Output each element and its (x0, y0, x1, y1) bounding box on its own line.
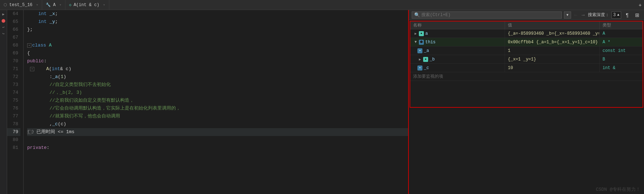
code-line-76: //它会自动调用默认构造，它实际上是在初始化列表里调用的， (27, 105, 408, 112)
watch-row-_a[interactable]: ▪ _a 1 const int (410, 47, 643, 55)
code-line-71: - A ( int & c) (27, 65, 408, 73)
code-lines[interactable]: int _x ; int _y ; }; - (24, 10, 408, 194)
search-options-button[interactable]: ▾ (564, 11, 571, 19)
line-num-80: 80 (7, 136, 20, 144)
line-num-72: 72 (7, 73, 20, 81)
class-tab[interactable]: 🔧 A ▾ (42, 0, 65, 10)
search-input-wrap[interactable]: 🔍 (412, 11, 562, 19)
depth-increment-icon[interactable]: ▲ (617, 13, 619, 17)
var-icon-_c: ▪ (417, 66, 422, 71)
kw-int-64: int (27, 10, 47, 18)
code-line-77: //就算我们不写，他也会自动调用 (27, 112, 408, 120)
nav-back-icon[interactable]: ← (573, 12, 578, 18)
step-back-icon: ↩ (1, 24, 6, 30)
expand-this-icon[interactable]: ▼ (413, 40, 418, 45)
line-num-73: 73 (7, 81, 20, 89)
top-bar: ⬡ test_5_16 ▾ 🔧 A ▾ ◇ A(int & c) ▾ + (0, 0, 644, 10)
watch-value-a: {_a=-858993460 _b={_x=-858993460 _y=-858… (505, 29, 600, 38)
code-line-81: private : (27, 144, 408, 152)
file-tab[interactable]: ⬡ test_5_16 ▾ (0, 0, 42, 10)
line-numbers: 64 65 66 67 68 69 70 71 72 73 74 75 76 7… (7, 10, 24, 194)
nav-forward-icon[interactable]: → (580, 12, 585, 18)
line-num-64: 64 (7, 10, 20, 18)
left-gutter: ▶ ⬤ ↩ ↪ (0, 10, 7, 194)
watch-row-_c[interactable]: ▪ _c 10 int & (410, 64, 643, 72)
line-num-71: 71 (7, 65, 20, 73)
line-num-67: 67 (7, 34, 20, 42)
watch-value-_a: 1 (505, 47, 600, 55)
line-num-79: 79 (7, 128, 20, 136)
collapse-79[interactable]: { } (27, 130, 31, 134)
watch-type-_b: B (600, 55, 643, 63)
code-line-80 (27, 136, 408, 144)
obj-icon-_b: ● (423, 57, 428, 62)
watch-col-type: 类型 (600, 21, 643, 29)
right-panel: 🔍 ▾ ← → 搜索深度： 3 ▲ ¶ ⊞ 名称 (408, 10, 644, 194)
search-depth-control[interactable]: 3 ▲ (611, 11, 621, 19)
watch-value-this: 0x00cffbb4 {_a=1_b={_x=1_y=1}_c=10} (505, 38, 600, 46)
code-line-66: }; (27, 26, 408, 34)
watch-row-_b[interactable]: ▶ ● _b {_x=1 _y=1} B (410, 55, 643, 64)
method-tab-label: A(int & c) (74, 3, 99, 8)
var-x: _x (47, 10, 55, 18)
search-icon: 🔍 (414, 12, 420, 18)
watch-type-a: A (600, 29, 643, 38)
watch-col-name: 名称 (410, 21, 505, 29)
watch-name-_a: ▪ _a (410, 47, 505, 55)
kw-int-65: int (27, 18, 47, 26)
method-tab[interactable]: ◇ A(int & c) ▾ (65, 0, 109, 10)
expand-a-icon[interactable]: ▶ (413, 31, 418, 36)
run-icon: ▶ (1, 11, 6, 17)
code-line-73: //自定义类型我们不去初始化 (27, 81, 408, 89)
search-bar: 🔍 ▾ ← → 搜索深度： 3 ▲ ¶ ⊞ (409, 10, 644, 20)
watermark-text: CSDN @专科在努力！ (596, 186, 640, 193)
code-line-64: int _x ; (27, 10, 408, 18)
watch-type-_c: int & (600, 64, 643, 72)
code-container: 64 65 66 67 68 69 70 71 72 73 74 75 76 7… (7, 10, 408, 194)
search-options-icon: ▾ (566, 13, 569, 17)
line-num-65: 65 (7, 18, 20, 26)
add-watch-button[interactable]: + (636, 1, 644, 9)
watch-type-_a: const int (600, 47, 643, 55)
collapse-71[interactable]: - (30, 67, 34, 71)
editor-area: 64 65 66 67 68 69 70 71 72 73 74 75 76 7… (7, 10, 408, 194)
watch-value-_b: {_x=1 _y=1} (505, 55, 600, 63)
obj-icon-a: ● (419, 31, 424, 36)
watch-name-_c: ▪ _c (410, 64, 505, 72)
code-line-79: ➤ { } 已用时间 <= 1ms (27, 128, 408, 136)
var-icon-_a: ▪ (417, 48, 422, 53)
watch-panel: 名称 值 类型 ▶ ● a {_a=-858993460 _b={_x=-858… (410, 21, 643, 108)
search-depth-value: 3 (613, 13, 616, 18)
add-watch-row[interactable]: 添加要监视的项 (410, 72, 643, 81)
class-tab-label: A (53, 3, 55, 8)
code-line-75: //之前我们说如自定义类型有默认构造， (27, 97, 408, 105)
line-num-68: 68 (7, 42, 20, 49)
watch-row-this[interactable]: ▼ ⬟ this 0x00cffbb4 {_a=1_b={_x=1_y=1}_c… (410, 38, 643, 47)
file-tab-label: test_5_16 (9, 3, 33, 8)
code-line-68: - class A (27, 42, 408, 49)
watch-value-_c: 10 (505, 64, 600, 72)
watch-col-value: 值 (505, 21, 600, 29)
watch-name-a: ▶ ● a (410, 29, 505, 38)
line-num-75: 75 (7, 97, 20, 105)
watch-name-_b: ▶ ● _b (410, 55, 505, 63)
format-icon[interactable]: ¶ (623, 11, 631, 19)
code-line-78: , _c (c) (27, 120, 408, 128)
search-input[interactable] (421, 13, 559, 18)
main-layout: ▶ ⬤ ↩ ↪ 64 65 66 67 68 69 70 71 72 73 74… (0, 10, 644, 194)
line-num-74: 74 (7, 89, 20, 97)
line-num-78: 78 (7, 120, 20, 128)
line-num-76: 76 (7, 105, 20, 112)
watch-header: 名称 值 类型 (410, 21, 643, 29)
expand-b-icon[interactable]: ▶ (417, 57, 422, 62)
collapse-68[interactable]: - (27, 43, 31, 48)
watch-type-this: A * (600, 38, 643, 46)
grid-icon[interactable]: ⊞ (633, 11, 641, 19)
code-line-69: { (27, 49, 408, 57)
search-depth-label: 搜索深度： (588, 12, 609, 18)
code-line-65: int _y ; (27, 18, 408, 26)
code-line-72: : _a ( 1 ) (27, 73, 408, 81)
ptr-icon-this: ⬟ (419, 40, 424, 45)
watch-row-a[interactable]: ▶ ● a {_a=-858993460 _b={_x=-858993460 _… (410, 29, 643, 38)
code-line-70: public : (27, 57, 408, 65)
